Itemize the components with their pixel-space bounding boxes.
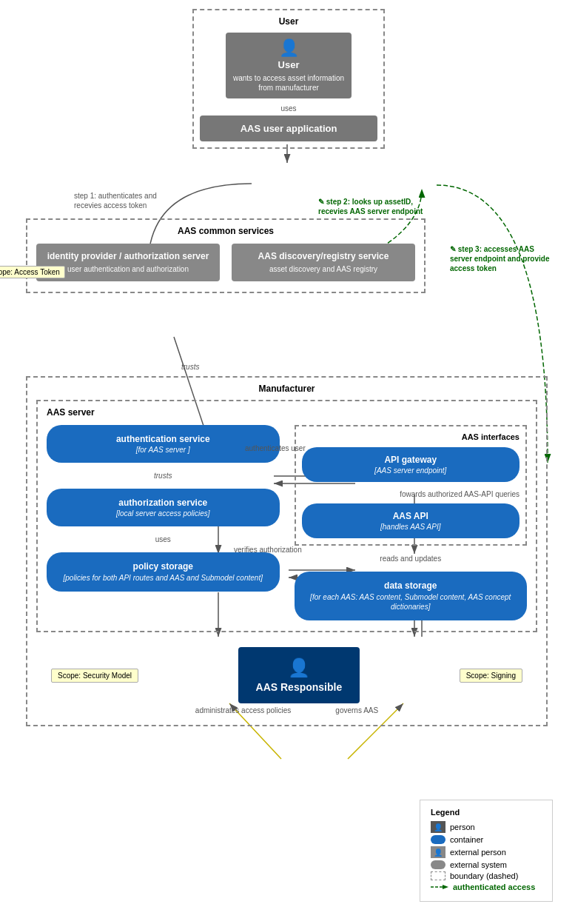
trusts-label-2: trusts — [47, 472, 280, 480]
scope-signing: Scope: Signing — [460, 669, 522, 683]
common-services-label: AAS common services — [36, 226, 415, 236]
forwards-label: fowards authorized AAS-API queries — [302, 489, 520, 499]
aas-server-label: AAS server — [47, 407, 527, 418]
policy-storage-title: policy storage — [56, 561, 271, 572]
aas-server-section: AAS server authentication service [for A… — [36, 400, 537, 632]
discovery-service-box: AAS discovery/registry service asset dis… — [232, 244, 415, 281]
legend: Legend 👤 person container 👤 external per… — [420, 800, 553, 902]
user-person-desc: wants to access asset information from m… — [232, 73, 346, 93]
governs-label: governs AAS — [335, 706, 378, 714]
discovery-service-desc: asset discovery and AAS registry — [239, 264, 408, 274]
user-person-icon: 👤 — [232, 38, 346, 58]
aas-interfaces-label: AAS interfaces — [302, 432, 520, 441]
api-gateway-box: API gateway [AAS server endpoint] — [302, 447, 520, 482]
legend-person-row: 👤 person — [431, 821, 542, 833]
legend-person-label: person — [450, 823, 475, 831]
common-services-section: AAS common services Scope: Access Token … — [26, 218, 426, 293]
aas-responsible-icon: 👤 — [256, 657, 343, 678]
user-person-box: 👤 User wants to access asset information… — [226, 33, 352, 98]
legend-ext-system-label: external system — [450, 860, 507, 869]
data-storage-subtitle: [for each AAS: AAS content, Submodel con… — [303, 592, 519, 612]
data-storage-box: data storage [for each AAS: AAS content,… — [295, 572, 528, 620]
aas-responsible-box: 👤 AAS Responsible — [238, 647, 360, 703]
aas-interfaces-section: AAS interfaces API gateway [AAS server e… — [295, 425, 528, 546]
uses-label-2: uses — [47, 535, 280, 543]
verifies-auth-label: verifies authorization — [234, 546, 302, 554]
policy-storage-subtitle: [policies for both API routes and AAS an… — [56, 573, 271, 583]
auth-service-subtitle: [for AAS server ] — [56, 446, 271, 454]
legend-container-label: container — [450, 835, 483, 844]
step1-label: step 1: authenticates and recevies acces… — [74, 191, 185, 210]
api-gateway-subtitle: [AAS server endpoint] — [309, 466, 513, 475]
aas-api-subtitle: [handles AAS API] — [309, 523, 513, 531]
legend-boundary-row: boundary (dashed) — [431, 871, 542, 880]
aas-responsible-title: AAS Responsible — [256, 681, 343, 693]
legend-ext-person-label: external person — [450, 848, 506, 857]
legend-container-row: container — [431, 835, 542, 844]
user-section: User 👤 User wants to access asset inform… — [192, 9, 385, 149]
legend-boundary-label: boundary (dashed) — [450, 871, 518, 880]
user-person-title: User — [232, 59, 346, 70]
api-gateway-title: API gateway — [309, 455, 513, 465]
authorization-service-box: authorization service [local server acce… — [47, 489, 280, 526]
authorization-service-title: authorization service — [56, 498, 271, 508]
identity-provider-title: identity provider / authorization server — [44, 251, 212, 261]
step3-label: ✎ step 3: accesses AAS server endpoint a… — [450, 244, 554, 273]
step2-label: ✎ step 2: looks up assetID, recevies AAS… — [318, 197, 426, 216]
admin-access-label: administrates access policies — [195, 706, 292, 714]
legend-auth-access-row: authenticated access — [431, 883, 542, 891]
manufacturer-label: Manufacturer — [36, 384, 537, 394]
legend-title: Legend — [431, 808, 542, 817]
scope-security-model: Scope: Security Model — [51, 669, 138, 683]
reads-updates-label: reads and updates — [295, 555, 528, 563]
data-storage-title: data storage — [303, 580, 519, 591]
legend-auth-access-label: authenticated access — [453, 883, 535, 891]
identity-provider-desc: user authentication and authorization — [44, 264, 212, 274]
scope-access-token: Scope: Access Token — [0, 266, 65, 278]
aas-user-app-box: AAS user application — [200, 116, 377, 141]
svg-marker-18 — [443, 885, 448, 889]
uses-label: uses — [200, 104, 377, 113]
auth-service-title: authentication service — [56, 434, 271, 444]
legend-ext-system-row: external system — [431, 860, 542, 869]
legend-ext-person-row: 👤 external person — [431, 846, 542, 858]
user-section-label: User — [200, 16, 377, 27]
authenticates-user-label: authenticates user — [245, 444, 306, 452]
aas-api-box: AAS API [handles AAS API] — [302, 503, 520, 538]
authorization-service-subtitle: [local server access policies] — [56, 509, 271, 518]
aas-api-title: AAS API — [309, 511, 513, 521]
aas-user-app-label: AAS user application — [241, 123, 337, 134]
policy-storage-box: policy storage [policies for both API ro… — [47, 552, 280, 592]
discovery-service-title: AAS discovery/registry service — [239, 251, 408, 261]
manufacturer-section: Manufacturer AAS server authentication s… — [26, 376, 548, 726]
trusts-label-1: trusts — [181, 363, 199, 371]
